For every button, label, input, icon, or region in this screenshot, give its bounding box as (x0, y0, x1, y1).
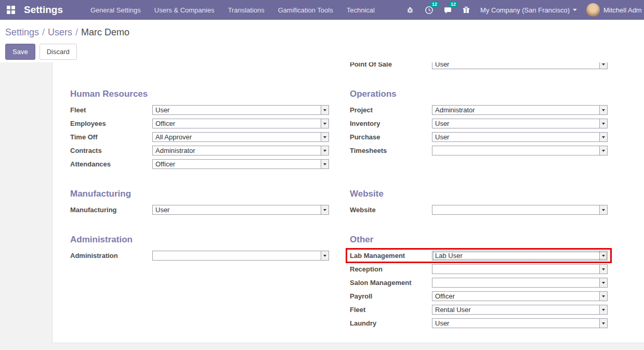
payroll-select[interactable]: Officer (432, 291, 608, 301)
field-row-laundry: Laundry User (350, 318, 608, 328)
field-row-manufacturing: Manufacturing User (70, 205, 329, 215)
manufacturing-select[interactable]: User (152, 205, 329, 215)
section-title: Operations (350, 88, 608, 100)
menu-gamification-tools[interactable]: Gamification Tools (271, 0, 340, 20)
breadcrumb-settings-link[interactable]: Settings (5, 27, 39, 37)
section-website: Website Website (350, 173, 608, 218)
menu-general-settings[interactable]: General Settings (84, 0, 148, 20)
field-label: Reception (350, 265, 432, 273)
menu-translations[interactable]: Translations (221, 0, 271, 20)
chevron-down-icon (599, 205, 607, 214)
project-select[interactable]: Administrator (432, 105, 608, 115)
fleet-other-select[interactable]: Rental User (432, 305, 608, 315)
chevron-down-icon (599, 62, 607, 69)
field-row-contracts: Contracts Administrator (70, 146, 329, 155)
select-value: Lab User (432, 251, 599, 260)
field-row-salon-management: Salon Management (350, 278, 608, 288)
breadcrumb-users-link[interactable]: Users (48, 27, 72, 37)
control-panel-buttons: Save Discard (5, 44, 639, 60)
chevron-down-icon (321, 160, 328, 168)
field-row-attendances: Attendances Officer (70, 159, 329, 169)
company-name: My Company (San Francisco) (480, 6, 570, 14)
attendances-select[interactable]: Officer (152, 159, 329, 169)
section-manufacturing: Manufacturing Manufacturing User (70, 173, 329, 218)
chevron-down-icon (321, 205, 328, 214)
field-label: Administration (70, 252, 152, 260)
messages-badge: 12 (449, 1, 458, 8)
field-row-reception: Reception (350, 264, 608, 274)
field-label: Lab Management (350, 252, 432, 260)
website-select[interactable] (432, 205, 608, 215)
activities-clock-icon[interactable]: 12 (424, 5, 433, 15)
app-title[interactable]: Settings (24, 4, 63, 16)
select-value: Officer (432, 292, 599, 301)
control-panel: Settings/Users/Marc Demo Save Discard (0, 20, 644, 62)
field-label: Timesheets (350, 147, 432, 154)
field-label: Time Off (70, 133, 152, 141)
lab-management-select[interactable]: Lab User (432, 251, 608, 261)
field-row-lab-management: Lab Management Lab User (350, 251, 608, 261)
select-value: User (432, 133, 599, 141)
field-label: Point Of Sale (350, 62, 432, 68)
time-off-select[interactable]: All Approver (152, 132, 329, 142)
section-operations: Operations Project Administrator Invento… (350, 73, 608, 173)
select-value: Administrator (432, 106, 599, 114)
contracts-select[interactable]: Administrator (152, 146, 329, 155)
section-other: Other Lab Management Lab User Reception (350, 218, 608, 332)
menu-users-companies[interactable]: Users & Companies (148, 0, 221, 20)
lab-management-highlight-box: Lab Management Lab User (346, 248, 612, 263)
field-row-employees: Employees Officer (70, 119, 329, 128)
select-value: All Approver (153, 133, 321, 141)
access-rights-grid: Human Resources Fleet User Employees Off… (70, 73, 607, 332)
field-label: Fleet (350, 306, 432, 314)
field-row-website: Website (350, 205, 608, 215)
timesheets-select[interactable] (432, 146, 608, 155)
field-row-timesheets: Timesheets (350, 146, 608, 155)
company-selector[interactable]: My Company (San Francisco) (480, 6, 577, 14)
purchase-select[interactable]: User (432, 132, 608, 142)
messages-chat-icon[interactable]: 12 (443, 5, 452, 15)
select-value: Rental User (432, 305, 599, 314)
content-area: Point Of Sale User Human Resources Fleet… (0, 62, 644, 350)
field-label: Website (350, 206, 432, 214)
field-row-fleet-other: Fleet Rental User (350, 305, 608, 315)
employees-select[interactable]: Officer (152, 119, 329, 128)
select-value: User (432, 119, 599, 128)
discard-button[interactable]: Discard (40, 44, 77, 60)
reception-select[interactable] (432, 264, 608, 274)
navbar-menu: General Settings Users & Companies Trans… (84, 0, 382, 20)
chevron-down-icon (599, 305, 607, 314)
chevron-down-icon (321, 146, 328, 155)
select-value (432, 205, 599, 214)
select-value (432, 278, 599, 287)
breadcrumb: Settings/Users/Marc Demo (5, 26, 639, 38)
section-title: Human Resources (70, 88, 329, 100)
chevron-down-icon (321, 133, 328, 141)
inventory-select[interactable]: User (432, 119, 608, 128)
point-of-sale-select[interactable]: User (432, 62, 608, 69)
field-label: Contracts (70, 147, 152, 154)
laundry-select[interactable]: User (432, 318, 608, 328)
section-title: Administration (70, 234, 329, 245)
chevron-down-icon (321, 119, 328, 128)
save-button[interactable]: Save (5, 44, 35, 60)
field-row-purchase: Purchase User (350, 132, 608, 142)
salon-management-select[interactable] (432, 278, 608, 288)
field-label: Payroll (350, 292, 432, 300)
chevron-down-icon (599, 251, 607, 260)
user-menu[interactable]: Mitchell Adm (586, 0, 644, 20)
top-navbar: Settings General Settings Users & Compan… (0, 0, 644, 20)
gift-icon[interactable] (462, 5, 471, 15)
select-value: Officer (153, 160, 321, 168)
apps-menu-icon[interactable] (5, 4, 17, 16)
field-label: Inventory (350, 120, 432, 127)
bug-icon[interactable] (405, 5, 415, 15)
chevron-down-icon (321, 251, 328, 260)
section-administration: Administration Administration (70, 218, 329, 332)
select-value: User (432, 319, 599, 328)
menu-technical[interactable]: Technical (340, 0, 382, 20)
select-value (153, 251, 321, 260)
fleet-select[interactable]: User (152, 105, 329, 115)
administration-select[interactable] (152, 251, 329, 261)
select-value (432, 265, 599, 274)
